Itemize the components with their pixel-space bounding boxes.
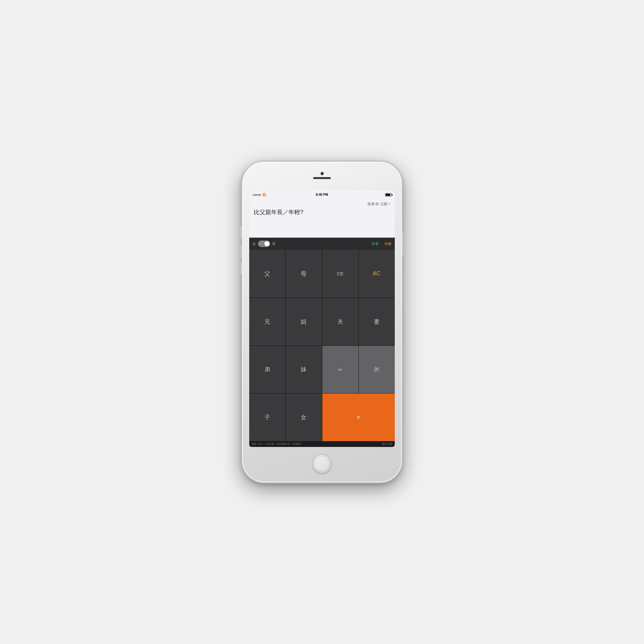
female-label: 女	[252, 241, 256, 246]
camera	[320, 172, 324, 175]
key-ac[interactable]: AC	[359, 250, 395, 298]
key-elder-brother[interactable]: 兄	[249, 298, 285, 346]
male-label: 男	[272, 241, 276, 246]
controls-bar: 女 男 年長 年輕	[249, 238, 395, 250]
key-ce[interactable]: CE	[322, 250, 358, 298]
battery-icon	[385, 193, 392, 196]
phone-screen: Carrier 📶 8:40 PM 堂弟 的 父親 = 比父親年長／年輕? 女	[249, 191, 395, 447]
key-son[interactable]: 子	[249, 393, 285, 441]
key-husband[interactable]: 夫	[322, 298, 358, 346]
speaker	[313, 177, 331, 179]
key-mother[interactable]: 母	[286, 250, 322, 298]
home-button[interactable]	[312, 454, 332, 473]
phone-top	[313, 172, 331, 179]
footer-text: 版本: 0.18 「三姑六婆」並非精密科學，只作參考。 產地: 新界	[252, 442, 392, 446]
toggle-knob	[264, 241, 270, 246]
older-label: 年長	[372, 241, 379, 246]
key-backspace[interactable]: ⇐	[322, 346, 358, 393]
gender-toggle[interactable]	[258, 241, 270, 247]
key-father[interactable]: 父	[249, 250, 285, 298]
phone-device: Carrier 📶 8:40 PM 堂弟 的 父親 = 比父親年長／年輕? 女	[241, 161, 403, 483]
display-area: 堂弟 的 父親 = 比父親年長／年輕?	[249, 199, 395, 238]
battery-indicator	[385, 193, 392, 196]
phone-shell: Carrier 📶 8:40 PM 堂弟 的 父親 = 比父親年長／年輕? 女	[241, 161, 403, 483]
wifi-icon: 📶	[262, 193, 266, 196]
key-younger-brother[interactable]: 弟	[249, 346, 285, 393]
key-younger-sister[interactable]: 妹	[286, 346, 322, 393]
key-de[interactable]: 的	[359, 346, 395, 393]
carrier-label: Carrier 📶	[252, 193, 266, 196]
footer-left: 版本: 0.18 「三姑六婆」並非精密科學，只作參考。	[252, 442, 303, 446]
equation-line: 堂弟 的 父親 =	[254, 202, 390, 206]
key-equals[interactable]: =	[322, 393, 395, 441]
keypad: 父 母 CE AC 兄 姐 夫 妻 弟 妹 ⇐ 的 子 女 =	[249, 250, 395, 441]
status-bar: Carrier 📶 8:40 PM	[249, 191, 395, 199]
key-wife[interactable]: 妻	[359, 298, 395, 346]
footer-right: 產地: 新界	[382, 442, 392, 446]
status-time: 8:40 PM	[316, 193, 328, 196]
key-elder-sister[interactable]: 姐	[286, 298, 322, 346]
question-line: 比父親年長／年輕?	[254, 208, 390, 216]
footer-bar: 版本: 0.18 「三姑六婆」並非精密科學，只作參考。 產地: 新界	[249, 441, 395, 447]
key-daughter[interactable]: 女	[286, 393, 322, 441]
younger-label: 年輕	[384, 241, 392, 246]
